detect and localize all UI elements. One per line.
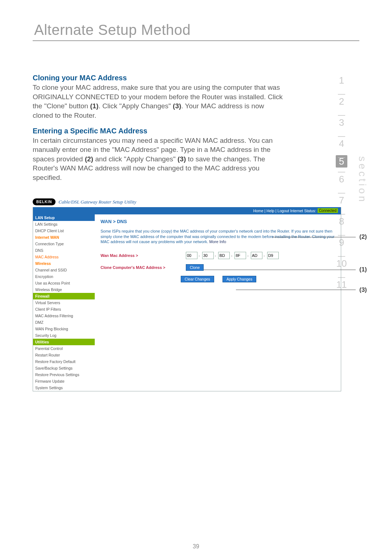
main-panel: WAN > DNS Some ISPs require that you clo…	[95, 214, 341, 291]
clone-label: Clone Computer's MAC Address >	[101, 265, 186, 270]
brand-tagline: Cable/DSL Gateway Router Setup Utility	[58, 199, 136, 205]
callout-3: (3)	[359, 286, 367, 294]
top-bar: Home | Help | Logout Internet Status: Co…	[33, 207, 341, 214]
para-cloning: To clone your MAC address, make sure tha…	[33, 83, 283, 120]
breadcrumb: WAN > DNS	[101, 219, 336, 224]
router-ui-screenshot: BELKIN Cable/DSL Gateway Router Setup Ut…	[33, 197, 341, 391]
sidebar-item-mac-address[interactable]: MAC Address	[33, 254, 95, 260]
sidebar-hdr-wireless: Wireless	[33, 260, 95, 267]
mac-octet-6[interactable]	[267, 252, 279, 259]
mac-octet-2[interactable]	[202, 252, 214, 259]
mac-octet-4[interactable]	[234, 252, 246, 259]
sidebar: LAN Setup LAN Settings DHCP Client List …	[33, 214, 95, 391]
heading-cloning: Cloning your MAC Address	[33, 74, 283, 82]
sidebar-item[interactable]: Client IP Filters	[33, 306, 95, 313]
page-title: Alternate Setup Method	[34, 22, 359, 38]
topbar-links[interactable]: Home | Help | Logout Internet Status:	[253, 209, 316, 213]
heading-entering: Entering a Specific MAC Address	[33, 127, 283, 135]
sidebar-hdr-firewall: Firewall	[33, 293, 95, 299]
brand-badge: BELKIN	[33, 198, 56, 205]
clone-button[interactable]: Clone	[186, 264, 204, 271]
internet-status: Connected	[318, 208, 338, 213]
sidebar-item[interactable]: MAC Address Filtering	[33, 313, 95, 319]
sidebar-item[interactable]: Restart Router	[33, 352, 95, 358]
sidebar-item[interactable]: Channel and SSID	[33, 267, 95, 273]
sidebar-item[interactable]: Parental Control	[33, 345, 95, 352]
leader-line	[272, 237, 356, 237]
sidebar-item[interactable]: Restore Previous Settings	[33, 371, 95, 378]
sidebar-hdr-lan: LAN Setup	[33, 214, 95, 221]
leader-line	[236, 290, 356, 290]
title-rule	[33, 40, 359, 41]
mac-octet-1[interactable]	[186, 252, 197, 259]
apply-changes-button[interactable]: Apply Changes	[222, 276, 256, 282]
sidebar-item[interactable]: Encryption	[33, 273, 95, 280]
sidebar-item[interactable]: Security Log	[33, 332, 95, 339]
mac-input-group: - - - - -	[186, 252, 279, 259]
mac-octet-3[interactable]	[218, 252, 230, 259]
sidebar-item[interactable]: Firmware Update	[33, 378, 95, 384]
sidebar-item[interactable]: DMZ	[33, 319, 95, 326]
sidebar-item[interactable]: LAN Settings	[33, 221, 95, 227]
sidebar-item[interactable]: Connection Type	[33, 241, 95, 247]
sidebar-item[interactable]: Virtual Servers	[33, 299, 95, 306]
mac-octet-5[interactable]	[251, 252, 262, 259]
sidebar-hdr-utilities: Utilities	[33, 339, 95, 345]
para-entering: In certain circumstances you may need a …	[33, 136, 283, 182]
leader-line	[203, 270, 356, 270]
sidebar-item[interactable]: Save/Backup Settings	[33, 365, 95, 371]
clear-changes-button[interactable]: Clear Changes	[181, 276, 214, 282]
sidebar-item[interactable]: Wireless Bridge	[33, 286, 95, 293]
callout-2: (2)	[359, 233, 367, 241]
sidebar-item[interactable]: DHCP Client List	[33, 227, 95, 234]
sidebar-item[interactable]: DNS	[33, 247, 95, 254]
sidebar-item[interactable]: System Settings	[33, 384, 95, 391]
more-info-link[interactable]: More Info	[209, 239, 226, 244]
wan-mac-row: Wan Mac Address > - - - - -	[101, 252, 336, 259]
sidebar-item[interactable]: Use as Access Point	[33, 280, 95, 286]
page-number: 39	[0, 543, 392, 550]
sidebar-item[interactable]: WAN Ping Blocking	[33, 326, 95, 332]
wan-mac-label: Wan Mac Address >	[101, 253, 186, 258]
sidebar-hdr-wan: Internet WAN	[33, 234, 95, 241]
sidebar-item[interactable]: Restore Factory Default	[33, 358, 95, 365]
callout-1: (1)	[359, 266, 367, 273]
